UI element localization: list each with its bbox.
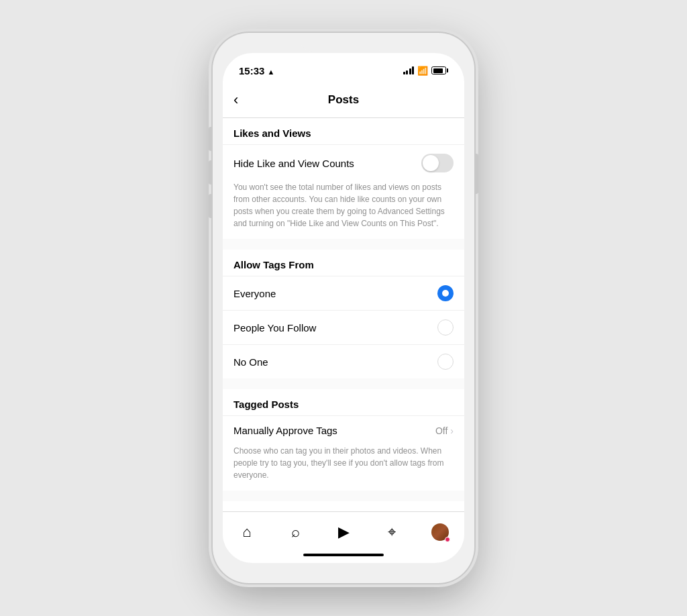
home-indicator xyxy=(303,554,384,556)
hide-likes-toggle[interactable] xyxy=(421,154,454,172)
battery-icon xyxy=(431,66,448,74)
profile-notification-dot xyxy=(445,537,450,542)
status-icons: 📶 xyxy=(403,66,449,76)
phone-screen: 15:33 ▲ 📶 ‹ Posts xyxy=(223,53,464,563)
chevron-right-icon: › xyxy=(450,425,454,436)
everyone-radio[interactable] xyxy=(437,285,454,301)
people-follow-label: People You Follow xyxy=(233,322,316,333)
notch xyxy=(300,33,387,52)
hide-likes-label: Hide Like and View Counts xyxy=(233,158,354,169)
nav-shop[interactable]: ⌖ xyxy=(376,519,408,546)
phone-frame: 15:33 ▲ 📶 ‹ Posts xyxy=(213,33,474,583)
reels-icon: ▶ xyxy=(338,525,350,540)
gap-1 xyxy=(223,244,464,250)
gap-3 xyxy=(223,496,464,501)
gap-2 xyxy=(223,384,464,389)
profile-avatar xyxy=(431,523,449,541)
location-arrow-icon: ▲ xyxy=(268,68,275,76)
back-button[interactable]: ‹ xyxy=(233,88,258,112)
nav-reels[interactable]: ▶ xyxy=(327,519,360,546)
nav-bar: ‹ Posts xyxy=(223,83,464,118)
status-bar: 15:33 ▲ 📶 xyxy=(223,53,464,83)
tagged-posts-header: Tagged Posts xyxy=(223,389,464,415)
page-title: Posts xyxy=(258,93,429,107)
nav-profile[interactable] xyxy=(424,519,456,546)
likes-views-header: Likes and Views xyxy=(223,118,464,144)
signal-icon xyxy=(403,66,415,74)
nav-home[interactable]: ⌂ xyxy=(231,519,263,546)
tagged-posts-section: Tagged Posts Manually Approve Tags Off ›… xyxy=(223,389,464,491)
status-time: 15:33 ▲ xyxy=(239,65,274,76)
everyone-row[interactable]: Everyone xyxy=(223,276,464,310)
people-you-follow-row[interactable]: People You Follow xyxy=(223,310,464,344)
no-one-label: No One xyxy=(233,356,268,368)
allow-tags-header: Allow Tags From xyxy=(223,250,464,276)
bottom-nav: ⌂ ⌕ ▶ ⌖ xyxy=(223,511,464,550)
allow-tags-section: Allow Tags From Everyone People You Foll… xyxy=(223,250,464,378)
manually-approve-value-area: Off › xyxy=(435,425,454,436)
search-icon: ⌕ xyxy=(291,525,300,540)
everyone-label: Everyone xyxy=(233,288,276,299)
people-follow-radio[interactable] xyxy=(437,319,454,336)
wifi-icon: 📶 xyxy=(417,66,428,76)
manually-approve-row[interactable]: Manually Approve Tags Off › xyxy=(223,415,464,445)
no-one-row[interactable]: No One xyxy=(223,344,464,378)
home-icon: ⌂ xyxy=(242,525,251,540)
shop-icon: ⌖ xyxy=(388,525,396,540)
nav-search[interactable]: ⌕ xyxy=(279,519,311,546)
likes-description: You won't see the total number of likes … xyxy=(223,181,464,239)
tagged-posts-description: Choose who can tag you in their photos a… xyxy=(223,445,464,491)
requests-brands-header: Requests From Brands xyxy=(223,501,464,511)
manually-approve-value: Off xyxy=(435,425,447,436)
content-area: Likes and Views Hide Like and View Count… xyxy=(223,118,464,511)
no-one-radio[interactable] xyxy=(437,354,454,370)
hide-likes-row: Hide Like and View Counts xyxy=(223,144,464,181)
manually-approve-label: Manually Approve Tags xyxy=(233,425,337,436)
back-chevron-icon: ‹ xyxy=(233,93,238,107)
likes-and-views-section: Likes and Views Hide Like and View Count… xyxy=(223,118,464,239)
requests-from-brands-section: Requests From Brands Allow Requests Allo… xyxy=(223,501,464,511)
